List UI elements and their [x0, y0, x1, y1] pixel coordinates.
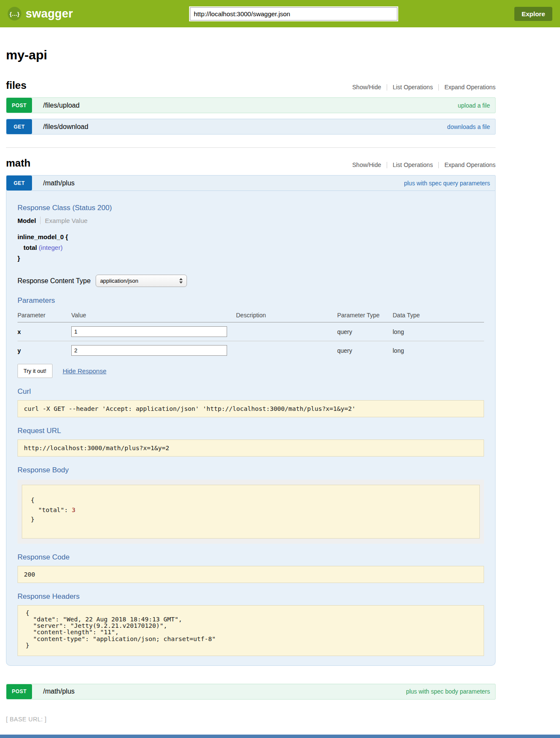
- try-it-out-button[interactable]: Try it out!: [18, 364, 52, 378]
- select-arrows-icon: [179, 278, 183, 284]
- resource-math-controls: Show/Hide List Operations Expand Operati…: [352, 161, 496, 169]
- endpoint-summary-link[interactable]: upload a file: [458, 102, 490, 109]
- tab-divider: [40, 217, 41, 224]
- param-data-type: long: [393, 322, 484, 341]
- endpoint-post-files-upload[interactable]: POST /files/upload upload a file: [6, 97, 496, 113]
- list-operations-link[interactable]: List Operations: [393, 84, 433, 91]
- endpoint-get-files-download[interactable]: GET /files/download downloads a file: [6, 119, 496, 135]
- show-hide-link[interactable]: Show/Hide: [352, 84, 381, 91]
- method-badge-get: GET: [6, 176, 32, 190]
- model-tabs: Model Example Value: [18, 217, 484, 224]
- response-body-heading: Response Body: [18, 466, 484, 474]
- list-operations-link[interactable]: List Operations: [393, 161, 433, 168]
- json-open-brace: {: [31, 497, 35, 504]
- operation-panel: Response Class (Status 200) Model Exampl…: [6, 191, 496, 666]
- controls-divider: [438, 162, 439, 168]
- hide-response-link[interactable]: Hide Response: [63, 367, 107, 375]
- selected-content-type: application/json: [100, 278, 179, 284]
- column-value: Value: [71, 309, 236, 322]
- header-bar: {…} swagger Explore: [0, 0, 560, 27]
- explore-button[interactable]: Explore: [514, 7, 552, 21]
- resource-files-title: files: [6, 79, 26, 91]
- model-property-name: total: [23, 244, 37, 251]
- endpoint-get-math-plus[interactable]: GET /math/plus plus with spec query para…: [6, 175, 496, 191]
- table-row-x: x query long: [18, 322, 484, 341]
- endpoint-summary-link[interactable]: plus with spec body parameters: [406, 688, 490, 695]
- endpoint-summary-link[interactable]: downloads a file: [447, 123, 490, 130]
- parameters-table: Parameter Value Description Parameter Ty…: [18, 309, 484, 360]
- endpoint-path-link[interactable]: /math/plus: [43, 179, 75, 187]
- method-badge-post: POST: [6, 98, 32, 113]
- json-number-value: 3: [72, 507, 76, 513]
- response-content-type-select[interactable]: application/json: [96, 275, 187, 287]
- column-parameter-type: Parameter Type: [337, 309, 393, 322]
- param-type: query: [337, 341, 393, 360]
- swagger-logo[interactable]: {…} swagger: [8, 7, 73, 20]
- param-description: [236, 341, 337, 360]
- method-badge-get: GET: [6, 119, 32, 134]
- model-open-line: inline_model_0 {: [18, 232, 484, 243]
- resource-math: math Show/Hide List Operations Expand Op…: [6, 147, 496, 700]
- json-key: "total":: [38, 507, 72, 513]
- endpoint-path-link[interactable]: /files/upload: [43, 102, 79, 109]
- endpoint-path-link[interactable]: /math/plus: [43, 688, 75, 695]
- model-signature: inline_model_0 { total (integer) }: [18, 232, 484, 264]
- brand-title: swagger: [26, 7, 73, 20]
- param-name: y: [18, 341, 71, 360]
- response-content-type-label: Response Content Type: [18, 277, 90, 285]
- response-headers-value: { "date": "Wed, 22 Aug 2018 18:49:13 GMT…: [18, 605, 484, 656]
- param-name: x: [18, 322, 71, 341]
- response-code-heading: Response Code: [18, 553, 484, 562]
- endpoint-post-math-plus[interactable]: POST /math/plus plus with spec body para…: [6, 684, 496, 700]
- column-data-type: Data Type: [393, 309, 484, 322]
- resource-math-title: math: [6, 157, 30, 169]
- resource-files-controls: Show/Hide List Operations Expand Operati…: [352, 84, 496, 91]
- response-class-heading: Response Class (Status 200): [18, 204, 484, 212]
- json-close-brace: }: [31, 516, 35, 523]
- param-type: query: [337, 322, 393, 341]
- logo-glyph: {…}: [9, 11, 19, 17]
- spec-url-input[interactable]: [190, 7, 397, 20]
- page-title: my-api: [6, 48, 496, 62]
- response-body-json: { "total": 3 }: [22, 485, 480, 538]
- param-data-type: long: [393, 341, 484, 360]
- table-row-y: y query long: [18, 341, 484, 360]
- show-hide-link[interactable]: Show/Hide: [352, 161, 381, 168]
- column-description: Description: [236, 309, 337, 322]
- request-url-heading: Request URL: [18, 427, 484, 435]
- response-body-container: { "total": 3 }: [18, 480, 484, 543]
- endpoint-summary-link[interactable]: plus with spec query parameters: [404, 180, 490, 187]
- parameters-heading: Parameters: [18, 296, 484, 305]
- tab-example-value[interactable]: Example Value: [45, 217, 88, 224]
- bottom-bar: [0, 735, 560, 738]
- controls-divider: [438, 84, 439, 91]
- expand-operations-link[interactable]: Expand Operations: [444, 161, 496, 168]
- expand-operations-link[interactable]: Expand Operations: [444, 84, 496, 91]
- response-code-value: 200: [18, 566, 484, 583]
- request-url-value: http://localhost:3000/math/plus?x=1&y=2: [18, 439, 484, 457]
- model-close-line: }: [18, 253, 484, 264]
- column-parameter: Parameter: [18, 309, 71, 322]
- endpoint-path-link[interactable]: /files/download: [43, 123, 88, 131]
- base-url-text: [ BASE URL: ]: [6, 716, 496, 723]
- controls-divider: [387, 162, 387, 168]
- curl-heading: Curl: [18, 387, 484, 396]
- curl-command: curl -X GET --header 'Accept: applicatio…: [18, 400, 484, 417]
- parameters-header-row: Parameter Value Description Parameter Ty…: [18, 309, 484, 322]
- method-badge-post: POST: [6, 684, 32, 699]
- param-description: [236, 322, 337, 341]
- tab-model[interactable]: Model: [18, 217, 36, 224]
- controls-divider: [387, 84, 387, 91]
- param-y-input[interactable]: [71, 345, 227, 356]
- swagger-logo-icon: {…}: [8, 7, 21, 20]
- resource-files: files Show/Hide List Operations Expand O…: [6, 79, 496, 135]
- response-headers-heading: Response Headers: [18, 592, 484, 601]
- model-property-type: (integer): [39, 244, 63, 251]
- param-x-input[interactable]: [71, 326, 227, 337]
